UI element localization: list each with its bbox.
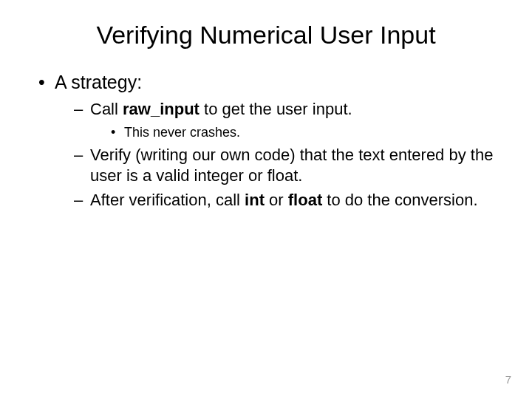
list-item: This never crashes.: [111, 124, 497, 141]
bullet-text-bold: int: [245, 191, 265, 209]
bullet-text-bold: float: [288, 191, 322, 209]
list-item: A strategy: Call raw_input to get the us…: [38, 72, 497, 211]
slide-title: Verifying Numerical User Input: [35, 21, 497, 50]
list-item: Verify (writing our own code) that the t…: [74, 145, 497, 185]
list-item: Call raw_input to get the user input. Th…: [74, 99, 497, 140]
bullet-text-mid: or: [265, 191, 288, 209]
bullet-list-level-3: This never crashes.: [90, 124, 497, 141]
page-number: 7: [505, 373, 511, 386]
bullet-text-pre: Call: [90, 100, 123, 118]
list-item: After verification, call int or float to…: [74, 190, 497, 211]
bullet-text-post: to do the conversion.: [322, 191, 477, 209]
bullet-list-level-2: Call raw_input to get the user input. Th…: [55, 99, 497, 211]
bullet-text: This never crashes.: [124, 125, 240, 140]
bullet-text-post: to get the user input.: [200, 100, 352, 118]
bullet-text: Verify (writing our own code) that the t…: [90, 146, 493, 185]
slide: Verifying Numerical User Input A strateg…: [0, 0, 532, 399]
bullet-text: A strategy:: [55, 72, 142, 92]
bullet-text-bold: raw_input: [123, 100, 200, 118]
bullet-list-level-1: A strategy: Call raw_input to get the us…: [35, 72, 497, 211]
bullet-text-pre: After verification, call: [90, 191, 245, 209]
